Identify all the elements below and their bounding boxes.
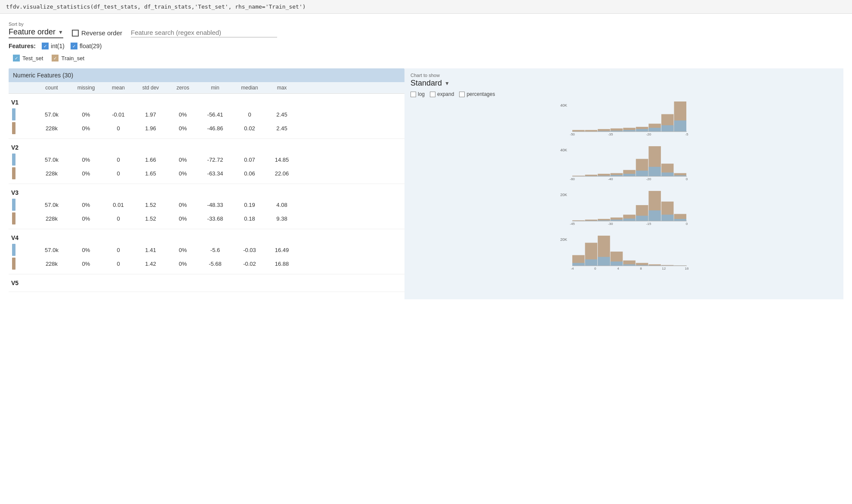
dataset-train-toggle[interactable]: ✓ Train_set: [52, 55, 84, 61]
cell-std_dev: 1.52: [133, 202, 168, 208]
cell-mean: 0: [103, 215, 133, 222]
table-header: Numeric Features (30): [9, 68, 404, 82]
feature-section-v4: V457.0k0%01.410%-5.6-0.0316.49228k0%01.4…: [9, 229, 404, 274]
cell-median: 0: [232, 111, 267, 118]
features-container: V157.0k0%-0.011.970%-56.4102.45228k0%01.…: [9, 94, 404, 292]
chart-option-percentages-checkbox[interactable]: [459, 92, 465, 97]
blue-bar: [12, 154, 15, 166]
sort-dropdown[interactable]: Feature order ▼: [9, 28, 63, 38]
svg-text:-45: -45: [570, 222, 575, 226]
cell-missing: 0%: [69, 125, 103, 132]
col-header-mean: mean: [103, 85, 133, 91]
cell-count: 228k: [34, 170, 69, 177]
svg-text:-60: -60: [570, 177, 575, 181]
svg-text:0: 0: [686, 222, 688, 226]
chart-option-percentages[interactable]: percentages: [459, 91, 495, 97]
svg-text:20K: 20K: [560, 237, 567, 242]
svg-text:-30: -30: [608, 222, 613, 226]
feature-section-v5: V5: [9, 274, 404, 292]
svg-rect-65: [661, 215, 674, 221]
chart-option-log[interactable]: log: [411, 91, 425, 97]
reverse-order-checkbox[interactable]: [72, 30, 79, 37]
cell-count: 228k: [34, 125, 69, 132]
histogram-v5-placeholder: [411, 280, 837, 289]
color-bar: [9, 154, 34, 166]
svg-text:20K: 20K: [560, 193, 567, 197]
feature-name-v1: V1: [9, 97, 404, 108]
feature-type-float[interactable]: ✓ float(29): [71, 43, 102, 49]
col-header-stddev: std dev: [133, 85, 168, 91]
feature-type-float-label: float(29): [80, 43, 102, 49]
tan-bar: [12, 212, 15, 224]
cell-count: 228k: [34, 261, 69, 267]
cell-std_dev: 1.42: [133, 261, 168, 267]
content-area: Numeric Features (30) count missing mean…: [9, 68, 843, 299]
svg-text:-35: -35: [608, 132, 613, 136]
sort-section: Sort by Feature order ▼ Reverse order: [9, 22, 843, 38]
color-bar: [9, 167, 34, 179]
cell-missing: 0%: [69, 247, 103, 253]
svg-text:-50: -50: [570, 132, 575, 136]
feature-type-float-checkbox[interactable]: ✓: [71, 43, 77, 49]
cell-std_dev: 1.96: [133, 125, 168, 132]
feature-type-int-checkbox[interactable]: ✓: [42, 43, 49, 49]
cell-max: 16.88: [267, 261, 297, 267]
svg-rect-17: [661, 125, 674, 132]
cell-missing: 0%: [69, 215, 103, 222]
blue-bar: [12, 244, 15, 256]
col-header-missing: missing: [69, 85, 103, 91]
chart-to-show-label: Chart to show: [411, 73, 837, 78]
reverse-order-toggle[interactable]: Reverse order: [72, 29, 122, 37]
chart-option-expand-checkbox[interactable]: [430, 92, 435, 97]
cell-median: 0.18: [232, 215, 267, 222]
histogram-v4: 20K-40481216: [411, 236, 837, 274]
svg-rect-14: [623, 130, 636, 132]
cell-mean: 0: [103, 247, 133, 253]
svg-rect-39: [636, 171, 648, 176]
cell-std_dev: 1.66: [133, 157, 168, 163]
cell-max: 9.38: [267, 215, 297, 222]
cell-median: 0.19: [232, 202, 267, 208]
cell-mean: 0: [103, 261, 133, 267]
tan-bar: [12, 167, 15, 179]
table-row: 228k0%01.520%-33.680.189.38: [9, 212, 404, 225]
feature-name-v4: V4: [9, 233, 404, 243]
sort-controls: Feature order ▼ Reverse order: [9, 28, 843, 38]
col-header-color: [9, 85, 34, 91]
cell-count: 57.0k: [34, 157, 69, 163]
feature-section-v1: V157.0k0%-0.011.970%-56.4102.45228k0%01.…: [9, 94, 404, 139]
features-label: Features:: [9, 43, 36, 49]
svg-rect-64: [648, 210, 661, 221]
svg-rect-40: [648, 167, 661, 176]
tan-bar: [12, 122, 15, 134]
svg-rect-66: [674, 219, 686, 221]
dataset-test-checkbox[interactable]: ✓: [13, 55, 20, 61]
svg-text:-20: -20: [646, 132, 651, 136]
dataset-train-label: Train_set: [61, 55, 84, 61]
svg-rect-15: [636, 129, 648, 132]
dataset-test-toggle[interactable]: ✓ Test_set: [13, 55, 43, 61]
cell-missing: 0%: [69, 111, 103, 118]
cell-zeros: 0%: [168, 247, 198, 253]
svg-rect-1: [572, 130, 585, 132]
cell-missing: 0%: [69, 202, 103, 208]
cell-mean: -0.01: [103, 111, 133, 118]
svg-text:-4: -4: [571, 267, 574, 270]
chart-option-log-checkbox[interactable]: [411, 92, 416, 97]
cell-zeros: 0%: [168, 202, 198, 208]
svg-rect-18: [674, 120, 686, 132]
dataset-train-checkbox[interactable]: ✓: [52, 55, 59, 61]
chart-dropdown[interactable]: Standard ▼: [411, 79, 837, 88]
sort-dropdown-arrow: ▼: [58, 29, 63, 35]
cell-zeros: 0%: [168, 125, 198, 132]
feature-type-int[interactable]: ✓ int(1): [42, 43, 65, 49]
cell-min: -72.72: [198, 157, 232, 163]
svg-text:-20: -20: [646, 177, 651, 181]
svg-text:8: 8: [640, 267, 642, 270]
cell-count: 228k: [34, 215, 69, 222]
chart-option-expand[interactable]: expand: [430, 91, 454, 97]
table-row: 57.0k0%0.011.520%-48.330.194.08: [9, 198, 404, 212]
feature-section-v2: V257.0k0%01.660%-72.720.0714.85228k0%01.…: [9, 139, 404, 184]
feature-search-input[interactable]: [131, 29, 277, 37]
col-header-min: min: [198, 85, 232, 91]
